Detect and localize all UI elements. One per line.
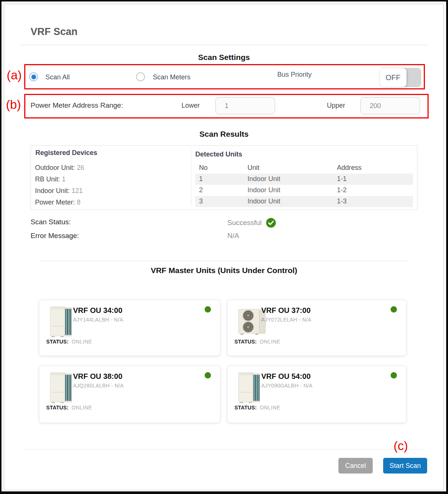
registered-item: Power Meter: 8 — [35, 199, 81, 206]
start-scan-button[interactable]: Start Scan — [383, 458, 427, 474]
annotation-a: (a) — [7, 68, 22, 82]
unit-name: VRF OU 37:00 — [261, 306, 310, 315]
detected-units-table: No Unit Address 1 Indoor Unit 1-1 2 Indo… — [195, 163, 413, 207]
unit-status-row: STATUS:ONLINE — [234, 405, 280, 411]
unit-model: AJY072LELAH - N/A — [261, 317, 311, 323]
master-unit-card: VRF OU 34:00 AJY144LALBH - N/A STATUS:ON… — [39, 300, 220, 356]
table-row: 3 Indoor Unit 1-3 — [195, 196, 413, 207]
registered-item: RB Unit: 1 — [35, 175, 66, 183]
scan-results-heading: Scan Results — [0, 130, 448, 139]
unit-name: VRF OU 34:00 — [73, 306, 122, 315]
unit-model: AJQ280LALBH - N/A — [73, 383, 124, 389]
tall-cabinet-unit-image — [49, 305, 73, 338]
cancel-button[interactable]: Cancel — [338, 458, 373, 474]
error-message-value: N/A — [227, 232, 239, 240]
registered-item: Indoor Unit: 121 — [35, 187, 83, 195]
title-divider — [20, 45, 428, 45]
online-status-dot — [205, 372, 211, 379]
online-status-dot — [205, 306, 211, 313]
page-title: VRF Scan — [31, 26, 78, 38]
master-unit-card: VRF OU 38:00 AJQ280LALBH - N/A STATUS:ON… — [39, 366, 220, 423]
results-column-divider — [191, 150, 191, 206]
master-units-heading: VRF Master Units (Units Under Control) — [0, 266, 448, 275]
annotation-b: (b) — [6, 98, 21, 112]
success-check-icon — [266, 218, 276, 228]
master-unit-card: VRF OU 37:00 AJY072LELAH - N/A STATUS:ON… — [227, 300, 406, 356]
unit-name: VRF OU 54:00 — [261, 372, 310, 381]
registered-devices-heading: Registered Devices — [35, 149, 97, 157]
master-unit-card: VRF OU 54:00 AJY090GALBH - N/A STATUS:ON… — [227, 366, 406, 423]
scan-status-value: Successful — [227, 218, 276, 228]
error-message-label: Error Message: — [31, 232, 79, 240]
online-status-dot — [391, 306, 397, 313]
detected-units-heading: Detected Units — [195, 151, 242, 158]
table-row: 1 Indoor Unit 1-1 — [195, 174, 413, 185]
unit-model: AJY144LALBH - N/A — [73, 317, 123, 323]
master-units-divider — [39, 261, 409, 261]
online-status-dot — [391, 372, 397, 379]
unit-model: AJY090GALBH - N/A — [261, 383, 312, 389]
table-header-row: No Unit Address — [195, 163, 413, 174]
annotation-c: (c) — [394, 439, 408, 453]
table-row: 2 Indoor Unit 1-2 — [195, 185, 413, 196]
registered-item: Outdoor Unit: 26 — [35, 164, 84, 172]
unit-status-row: STATUS:ONLINE — [46, 405, 92, 411]
scan-status-label: Scan Status: — [31, 218, 71, 226]
footer-divider — [22, 449, 426, 450]
tall-cabinet-unit-image — [237, 371, 261, 404]
unit-status-row: STATUS:ONLINE — [234, 339, 280, 345]
annotation-rect-b — [24, 94, 429, 118]
tall-cabinet-unit-image — [49, 371, 73, 404]
unit-name: VRF OU 38:00 — [73, 372, 122, 381]
unit-status-row: STATUS:ONLINE — [46, 339, 92, 345]
scan-settings-heading: Scan Settings — [0, 53, 448, 62]
annotation-rect-a — [24, 64, 425, 89]
